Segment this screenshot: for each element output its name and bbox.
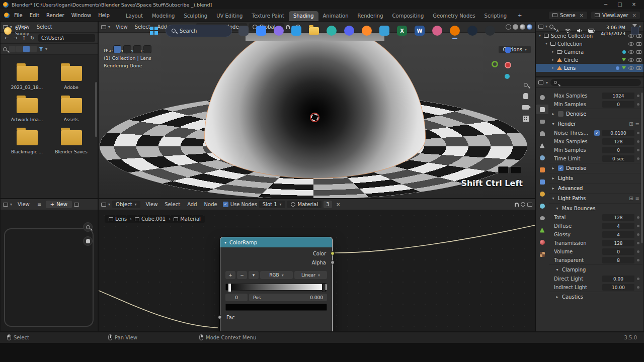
remove-stop-button[interactable]: − [237, 271, 247, 279]
properties-tab-world[interactable] [536, 153, 548, 162]
stop-position-slider[interactable]: Pos 0.000 [249, 294, 327, 301]
property-value-field[interactable]: 4 [602, 231, 634, 238]
properties-tab-modifiers[interactable] [536, 177, 548, 187]
property-value-field[interactable]: 0 [602, 248, 634, 255]
disclosure-icon[interactable]: ▸ [551, 50, 555, 54]
property-value-field[interactable]: 1024 [602, 93, 634, 99]
workspace-tab-animation[interactable]: Animation [318, 11, 353, 21]
collapse-icon[interactable]: ▾ [224, 240, 226, 245]
workspace-tab-sculpting[interactable]: Sculpting [179, 11, 212, 21]
taskbar-icon-copilot[interactable] [273, 25, 285, 37]
workspace-tab-geometry-nodes[interactable]: Geometry Nodes [428, 11, 479, 21]
editor-type-icon[interactable] [101, 203, 106, 207]
disclosure-icon[interactable]: ▸ [551, 58, 555, 62]
animate-decorator-icon[interactable] [637, 140, 639, 143]
property-checkbox[interactable]: ✓ [594, 130, 600, 136]
active-color-swatch[interactable] [225, 304, 327, 311]
clock-widget[interactable]: 3:06 PM 4/16/2023 [601, 25, 625, 37]
disclosure-icon[interactable]: ▸ [551, 66, 555, 70]
animate-decorator-icon[interactable] [637, 225, 639, 227]
animate-decorator-icon[interactable] [637, 286, 639, 289]
use-nodes-checkbox[interactable]: ✓ [223, 202, 228, 207]
start-button[interactable] [148, 25, 160, 37]
taskbar-icon-word[interactable]: W [414, 25, 426, 37]
shader-menu-add[interactable]: Add [184, 201, 200, 208]
gradient-stop-active[interactable] [228, 283, 231, 292]
taskbar-icon-excel[interactable]: X [396, 25, 408, 37]
property-value-field[interactable]: 128 [602, 138, 634, 145]
presets-icon[interactable]: ⊞ [629, 121, 633, 127]
battery-icon[interactable] [588, 29, 595, 33]
animate-decorator-icon[interactable] [637, 95, 639, 97]
notification-icon[interactable] [631, 27, 639, 35]
taskbar-icon-discord[interactable] [343, 25, 355, 37]
taskbar-search[interactable]: Search [166, 25, 232, 37]
folder-item-artwork-ima[interactable]: Artwork Ima... [5, 98, 49, 122]
close-button[interactable]: × [627, 0, 641, 9]
colorramp-gradient[interactable] [225, 284, 327, 291]
render-visibility-icon[interactable] [636, 50, 641, 54]
animate-decorator-icon[interactable] [637, 132, 639, 134]
presets-icon[interactable]: ⊞ [629, 196, 633, 201]
taskbar-icon-firefox[interactable] [361, 25, 373, 37]
volume-icon[interactable] [577, 28, 583, 33]
minimize-button[interactable]: ─ [599, 0, 613, 9]
slot-dropdown[interactable]: Slot 1 ▾ [259, 201, 285, 208]
menu-edit[interactable]: Edit [26, 12, 43, 19]
blender-icon[interactable] [4, 13, 10, 18]
tray-expand-icon[interactable]: ∧ [556, 28, 559, 33]
property-value-field[interactable]: 8 [602, 257, 634, 263]
taskbar-icon-task-view[interactable] [237, 25, 250, 37]
rotate-tool[interactable] [143, 45, 151, 53]
panel-menu-icon[interactable]: ≡ [635, 121, 639, 127]
menu-help[interactable]: Help [95, 12, 113, 19]
property-value-field[interactable]: 128 [602, 240, 634, 246]
add-stop-button[interactable]: + [225, 271, 235, 279]
display-mode-buttons[interactable] [9, 46, 37, 52]
overlays-icon[interactable] [521, 202, 525, 207]
breadcrumb-item-material[interactable]: Material [174, 216, 201, 222]
property-value-field[interactable]: 10.00 [602, 284, 634, 291]
scene-unlink-icon[interactable]: × [580, 13, 584, 18]
workspace-tab-shading[interactable]: Shading [289, 11, 318, 21]
animate-decorator-icon[interactable] [637, 250, 639, 253]
properties-tab-output[interactable] [536, 117, 548, 126]
properties-tab-object-data[interactable] [536, 225, 548, 235]
outliner-item-collection[interactable]: ▾Collection [536, 40, 643, 48]
visibility-eye-icon[interactable] [628, 42, 634, 46]
visibility-eye-icon[interactable] [628, 58, 634, 62]
properties-tab-constraints[interactable] [536, 213, 548, 223]
animate-decorator-icon[interactable] [637, 278, 639, 280]
interpolation-dropdown[interactable]: Linear ▾ [294, 271, 327, 279]
property-value-field[interactable]: 0.00 [602, 276, 634, 282]
disclosure-icon[interactable]: ▾ [544, 42, 548, 46]
taskbar-icon-steam[interactable] [466, 25, 478, 37]
render-visibility-icon[interactable] [636, 66, 641, 70]
gradient-stop[interactable] [322, 283, 326, 292]
workspace-tab-compositing[interactable]: Compositing [388, 11, 429, 21]
properties-tab-render[interactable] [536, 105, 548, 114]
image-menu-view[interactable]: View [14, 201, 33, 208]
animate-decorator-icon[interactable] [637, 103, 639, 106]
menu-icon[interactable]: ≡ [35, 201, 44, 209]
animate-decorator-icon[interactable] [637, 242, 639, 244]
active-tool-icon[interactable]: ▸ [103, 45, 111, 53]
folder-item-assets[interactable]: Assets [49, 98, 94, 122]
taskbar-icon-mail[interactable] [290, 25, 302, 37]
file-browser-scrollbar[interactable] [95, 82, 97, 137]
shader-type-dropdown[interactable]: Object ▾ [112, 201, 140, 208]
maximize-button[interactable]: □ [613, 0, 627, 9]
viewlayer-selector[interactable]: ViewLayer × [591, 12, 640, 19]
pin-icon[interactable] [527, 203, 532, 207]
panel-menu-icon[interactable]: ≡ [635, 196, 639, 201]
outliner-item-circle[interactable]: ▸Circle [536, 56, 643, 64]
render-visibility-icon[interactable] [636, 58, 641, 62]
node-canvas[interactable]: Lens›Cube.001›Material ▾ ColorRamp Color… [99, 210, 535, 331]
taskbar-icon-widgets[interactable] [255, 25, 267, 37]
animate-decorator-icon[interactable] [637, 157, 639, 160]
property-value-field[interactable]: 0 sec [602, 155, 634, 162]
properties-tab-tool[interactable] [536, 93, 548, 102]
snap-icon[interactable] [515, 203, 519, 207]
section-max-bounces[interactable]: ▾Max Bounces [549, 203, 642, 213]
viewport-canvas[interactable]: User Perspective(1) Collection | LensRen… [99, 33, 535, 198]
